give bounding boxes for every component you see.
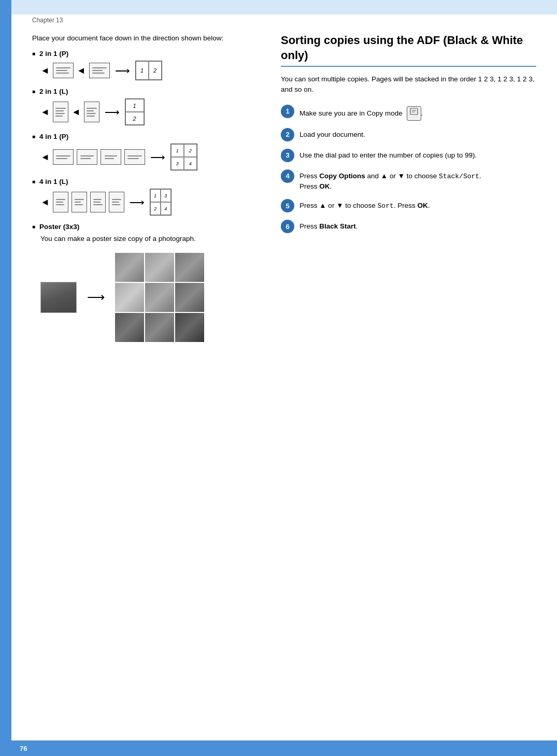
poster-arrow-icon: ⟶ [87,290,105,305]
arrow-right-icon-3: ⟶ [150,151,165,163]
layout-item-4in1p: 4 in 1 (P) ◄ [32,133,260,170]
step-5: 5 Press ▲ or ▼ to choose Sort. Press OK. [281,199,536,212]
arrow-right-icon-2: ⟶ [105,106,120,118]
page-icon-5 [53,149,74,165]
layout-label-4in1l: 4 in 1 (L) [32,178,260,186]
page-icon-8 [124,149,145,165]
page-icon-12 [109,192,124,212]
page-icon-11 [90,192,106,212]
layout-diagram-4in1l: ◄ [40,189,260,216]
poster-cell-1 [115,253,144,282]
page-icon-7 [101,149,121,165]
step-number-6: 6 [281,220,294,233]
result-box-2in1p: 1 2 [135,61,162,80]
layout-label-4in1p: 4 in 1 (P) [32,133,260,140]
result-box-4in1l: 1 3 2 4 [150,189,172,216]
poster-text: You can make a poster size copy of a pho… [40,234,260,244]
page-icon-4 [84,102,99,122]
arrow-right-icon-4: ⟶ [130,196,145,208]
poster-cell-5 [145,283,174,312]
page-number: 76 [20,745,27,752]
page-number-bar: 76 [11,740,557,756]
step-1: 1 Make sure you are in Copy mode . [281,105,536,121]
poster-source-image [40,282,77,313]
arrow-left-icon-5: ◄ [40,152,50,163]
arrow-left-icon-3: ◄ [40,107,50,118]
poster-cell-7 [115,313,144,342]
step-6: 6 Press Black Start. [281,220,536,233]
poster-label: Poster (3x3) [32,223,260,231]
layout-item-4in1l: 4 in 1 (L) ◄ [32,178,260,216]
poster-grid [115,253,204,342]
step-content-6: Press Black Start. [299,220,536,232]
right-column: Sorting copies using the ADF (Black & Wh… [281,33,536,342]
arrow-right-icon: ⟶ [115,64,130,77]
step-2: 2 Load your document. [281,128,536,141]
result-box-2in1l: 1 2 [125,98,145,125]
step-number-5: 5 [281,199,294,212]
chapter-label: Chapter 13 [32,17,536,24]
svg-rect-0 [410,108,418,115]
arrow-left-icon-6: ◄ [40,197,50,208]
poster-cell-8 [145,313,174,342]
layout-label-2in1p: 2 in 1 (P) [32,50,260,58]
step-content-5: Press ▲ or ▼ to choose Sort. Press OK. [299,199,536,211]
step-number-1: 1 [281,105,294,118]
poster-cell-6 [175,283,204,312]
section-intro: You can sort multiple copies. Pages will… [281,74,536,95]
page-icon-2 [89,63,110,78]
step-number-2: 2 [281,128,294,141]
section-title: Sorting copies using the ADF (Black & Wh… [281,33,536,63]
poster-section: Poster (3x3) You can make a poster size … [32,223,260,341]
poster-diagram: ⟶ [40,253,260,342]
step-4: 4 Press Copy Options and ▲ or ▼ to choos… [281,169,536,192]
result-box-4in1p: 1 2 3 4 [170,144,197,170]
layout-item-2in1p: 2 in 1 (P) ◄ ◄ [32,50,260,80]
page-icon-10 [72,192,87,212]
intro-text: Place your document face down in the dir… [32,33,260,44]
arrow-left-icon: ◄ [40,65,50,76]
page-icon-6 [77,149,97,165]
step-3: 3 Use the dial pad to enter the number o… [281,149,536,162]
page-icon-1 [53,63,74,78]
step-number-3: 3 [281,149,294,162]
step-content-3: Use the dial pad to enter the number of … [299,149,536,161]
step-content-4: Press Copy Options and ▲ or ▼ to choose … [299,169,536,192]
step-content-1: Make sure you are in Copy mode . [299,105,536,121]
poster-cell-9 [175,313,204,342]
layout-diagram-2in1l: ◄ ◄ [40,98,260,125]
section-divider [281,66,536,67]
poster-cell-4 [115,283,144,312]
layout-diagram-4in1p: ◄ [40,144,260,170]
copy-mode-icon [407,106,421,121]
poster-cell-2 [145,253,174,282]
arrow-left-icon-4: ◄ [72,107,81,118]
page-icon-9 [53,192,68,212]
poster-cell-3 [175,253,204,282]
page-icon-3 [53,102,68,122]
layout-item-2in1l: 2 in 1 (L) ◄ ◄ [32,88,260,125]
left-column: Place your document face down in the dir… [32,33,260,342]
arrow-left-icon-2: ◄ [77,65,86,76]
step-number-4: 4 [281,169,294,183]
left-accent-bar [0,0,11,756]
layout-label-2in1l: 2 in 1 (L) [32,88,260,95]
step-content-2: Load your document. [299,128,536,140]
layout-diagram-2in1p: ◄ ◄ [40,61,260,80]
copy-mode-svg [409,107,419,116]
